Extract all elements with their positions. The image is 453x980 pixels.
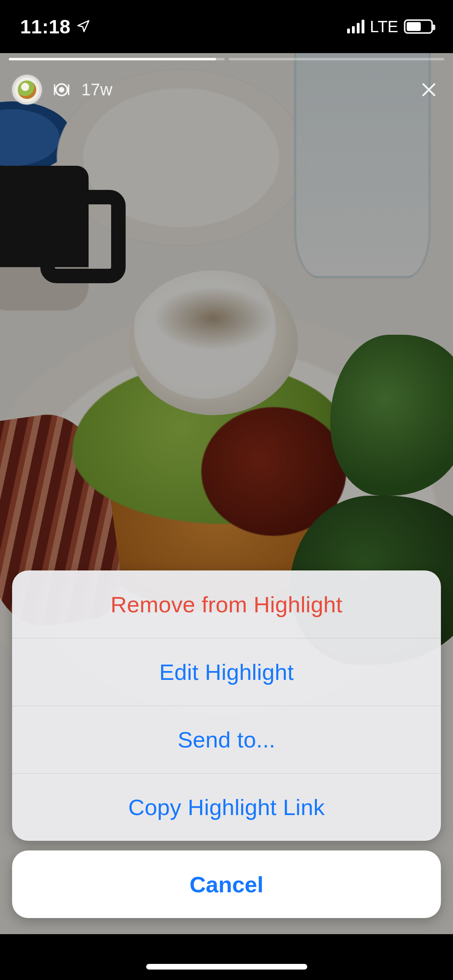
svg-rect-2 [54, 84, 55, 95]
svg-point-1 [59, 87, 64, 92]
network-type: LTE [370, 18, 398, 36]
plate-cutlery-icon[interactable] [52, 80, 71, 99]
svg-rect-3 [68, 84, 69, 95]
battery-icon [404, 19, 433, 34]
story-progress-segment [229, 58, 445, 60]
action-sheet-item-label: Remove from Highlight [111, 591, 343, 618]
action-sheet-item-label: Edit Highlight [159, 659, 294, 685]
story-header: 17w [12, 72, 441, 108]
action-sheet: Remove from Highlight Edit Highlight Sen… [12, 570, 441, 918]
action-sheet-item-label: Send to... [178, 727, 275, 753]
remove-from-highlight-button[interactable]: Remove from Highlight [12, 570, 441, 638]
home-indicator[interactable] [146, 964, 307, 970]
send-to-button[interactable]: Send to... [12, 706, 441, 773]
story-progress-segment [9, 58, 225, 60]
highlight-avatar[interactable] [12, 75, 42, 105]
cancel-button[interactable]: Cancel [12, 850, 441, 918]
story-progress [9, 58, 444, 61]
copy-highlight-link-button[interactable]: Copy Highlight Link [12, 773, 441, 841]
close-icon[interactable] [417, 78, 441, 102]
cellular-signal-icon [347, 20, 364, 33]
cancel-button-label: Cancel [190, 871, 264, 898]
status-time: 11:18 [20, 16, 70, 38]
story-timestamp: 17w [81, 80, 112, 99]
location-arrow-icon [76, 16, 91, 38]
action-sheet-group: Remove from Highlight Edit Highlight Sen… [12, 570, 441, 841]
status-bar: 11:18 LTE [0, 0, 453, 53]
edit-highlight-button[interactable]: Edit Highlight [12, 638, 441, 706]
action-sheet-item-label: Copy Highlight Link [128, 794, 325, 820]
